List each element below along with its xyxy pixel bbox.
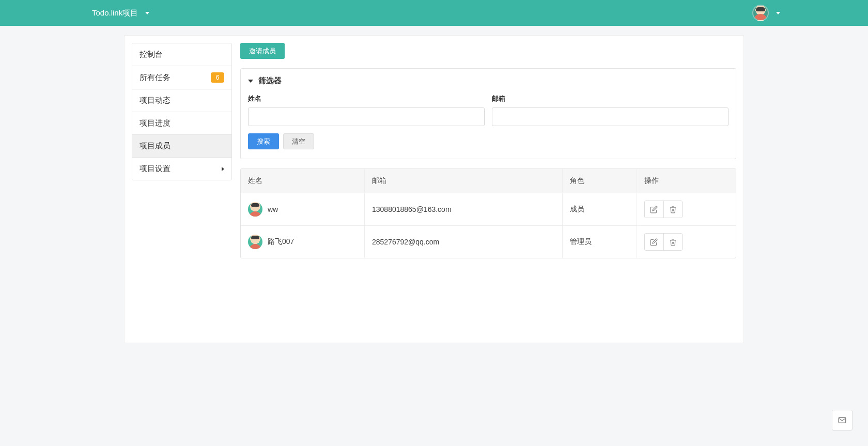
feedback-button[interactable] (832, 410, 853, 430)
delete-button[interactable] (663, 201, 682, 218)
table-row: ww 13088018865@163.com 成员 (241, 193, 736, 226)
sidebar: 控制台 所有任务 6 项目动态 项目进度 项目成员 项目设置 (132, 43, 232, 180)
avatar (752, 5, 769, 21)
th-name: 姓名 (241, 169, 365, 193)
filter-title: 筛选器 (258, 76, 282, 86)
filter-name-label: 姓名 (248, 94, 485, 103)
member-avatar (248, 202, 262, 217)
sidebar-item-label: 所有任务 (140, 73, 171, 83)
tasks-count-badge: 6 (211, 72, 224, 83)
member-avatar (248, 235, 262, 249)
clear-button[interactable]: 清空 (283, 133, 314, 149)
page-container: 控制台 所有任务 6 项目动态 项目进度 项目成员 项目设置 邀请成员 (124, 35, 744, 343)
topbar: Todo.link项目 (0, 0, 868, 26)
sidebar-wrap: 控制台 所有任务 6 项目动态 项目进度 项目成员 项目设置 (125, 36, 239, 343)
sidebar-item-label: 项目动态 (140, 96, 171, 105)
edit-icon (650, 206, 658, 213)
filter-email-label: 邮箱 (492, 94, 729, 103)
member-role: 管理员 (563, 226, 637, 258)
table-row: 路飞007 285276792@qq.com 管理员 (241, 226, 736, 258)
search-button[interactable]: 搜索 (248, 133, 279, 149)
filter-form: 姓名 邮箱 (248, 94, 729, 126)
sidebar-item-settings[interactable]: 项目设置 (132, 157, 231, 180)
th-actions: 操作 (637, 169, 736, 193)
mail-icon (838, 416, 847, 425)
sidebar-item-tasks[interactable]: 所有任务 6 (132, 66, 231, 89)
invite-member-button[interactable]: 邀请成员 (240, 43, 285, 59)
caret-down-icon (776, 12, 780, 14)
caret-down-icon (145, 12, 149, 14)
filter-toggle[interactable]: 筛选器 (248, 76, 729, 86)
filter-name-group: 姓名 (248, 94, 485, 126)
main-content: 邀请成员 筛选器 姓名 邮箱 搜索 清空 (239, 36, 743, 343)
sidebar-item-activity[interactable]: 项目动态 (132, 89, 231, 112)
member-name: ww (268, 205, 278, 213)
filter-email-input[interactable] (492, 107, 729, 126)
member-email: 13088018865@163.com (365, 193, 563, 226)
filter-actions: 搜索 清空 (248, 133, 729, 149)
member-role: 成员 (563, 193, 637, 226)
sidebar-item-label: 控制台 (140, 50, 163, 59)
sidebar-item-progress[interactable]: 项目进度 (132, 112, 231, 134)
filter-email-group: 邮箱 (492, 94, 729, 126)
trash-icon (669, 238, 677, 246)
sidebar-item-label: 项目进度 (140, 118, 171, 128)
delete-button[interactable] (663, 234, 682, 250)
edit-button[interactable] (645, 234, 663, 250)
row-actions (644, 233, 683, 251)
edit-button[interactable] (645, 201, 663, 218)
sidebar-item-dashboard[interactable]: 控制台 (132, 43, 231, 66)
project-switcher[interactable]: Todo.link项目 (92, 8, 149, 18)
member-email: 285276792@qq.com (365, 226, 563, 258)
filter-name-input[interactable] (248, 107, 485, 126)
members-table: 姓名 邮箱 角色 操作 ww 13088018 (240, 168, 736, 258)
triangle-down-icon (248, 80, 253, 83)
edit-icon (650, 238, 658, 246)
sidebar-item-label: 项目设置 (140, 164, 171, 174)
chevron-right-icon (222, 167, 224, 171)
sidebar-item-label: 项目成员 (140, 141, 171, 151)
user-menu[interactable] (752, 5, 780, 21)
filter-panel: 筛选器 姓名 邮箱 搜索 清空 (240, 68, 736, 159)
th-role: 角色 (563, 169, 637, 193)
project-name: Todo.link项目 (92, 8, 138, 18)
sidebar-item-members[interactable]: 项目成员 (132, 134, 231, 157)
member-name: 路飞007 (268, 237, 294, 247)
row-actions (644, 201, 683, 218)
trash-icon (669, 206, 677, 213)
th-email: 邮箱 (365, 169, 563, 193)
